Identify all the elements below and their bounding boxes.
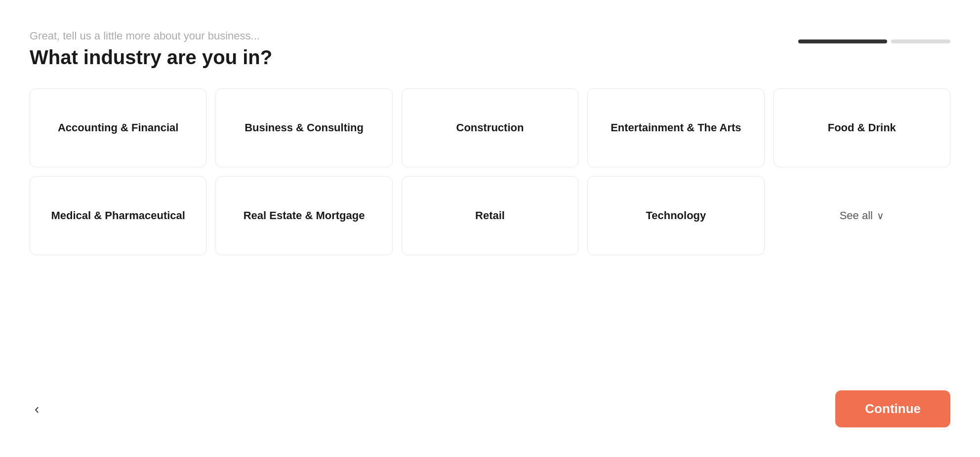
industry-label-accounting-financial: Accounting & Financial	[58, 121, 178, 135]
industry-card-medical-pharmaceutical[interactable]: Medical & Pharmaceutical	[30, 176, 206, 255]
industry-card-food-drink[interactable]: Food & Drink	[774, 88, 950, 167]
progress-bar	[798, 39, 950, 43]
industry-card-retail[interactable]: Retail	[402, 176, 578, 255]
header-area: Great, tell us a little more about your …	[30, 30, 950, 69]
see-all-label: See all	[840, 209, 873, 222]
page-container: Great, tell us a little more about your …	[0, 0, 980, 457]
progress-filled	[798, 39, 887, 43]
industry-grid-row1: Accounting & FinancialBusiness & Consult…	[30, 88, 950, 167]
industry-card-business-consulting[interactable]: Business & Consulting	[215, 88, 392, 167]
industry-label-real-estate-mortgage: Real Estate & Mortgage	[244, 209, 365, 223]
industry-label-food-drink: Food & Drink	[828, 121, 896, 135]
industry-label-technology: Technology	[646, 209, 706, 223]
industry-card-real-estate-mortgage[interactable]: Real Estate & Mortgage	[215, 176, 392, 255]
industry-label-retail: Retail	[475, 209, 505, 223]
title-section: Great, tell us a little more about your …	[30, 30, 272, 69]
grid-section: Accounting & FinancialBusiness & Consult…	[30, 88, 950, 361]
see-all-button[interactable]: See all∨	[774, 176, 950, 255]
industry-card-accounting-financial[interactable]: Accounting & Financial	[30, 88, 206, 167]
bottom-bar: ‹ Continue	[30, 390, 950, 427]
industry-label-construction: Construction	[456, 121, 524, 135]
back-button[interactable]: ‹	[30, 396, 44, 422]
industry-label-medical-pharmaceutical: Medical & Pharmaceutical	[51, 209, 185, 223]
industry-card-technology[interactable]: Technology	[587, 176, 764, 255]
progress-empty	[891, 39, 950, 43]
main-title: What industry are you in?	[30, 46, 272, 69]
industry-card-entertainment-arts[interactable]: Entertainment & The Arts	[587, 88, 764, 167]
back-icon: ‹	[35, 401, 39, 417]
industry-label-business-consulting: Business & Consulting	[245, 121, 364, 135]
continue-button[interactable]: Continue	[835, 390, 950, 427]
chevron-down-icon: ∨	[877, 210, 884, 222]
industry-card-construction[interactable]: Construction	[402, 88, 578, 167]
subtitle: Great, tell us a little more about your …	[30, 30, 272, 42]
industry-grid-row2: Medical & PharmaceuticalReal Estate & Mo…	[30, 176, 950, 255]
industry-label-entertainment-arts: Entertainment & The Arts	[611, 121, 741, 135]
